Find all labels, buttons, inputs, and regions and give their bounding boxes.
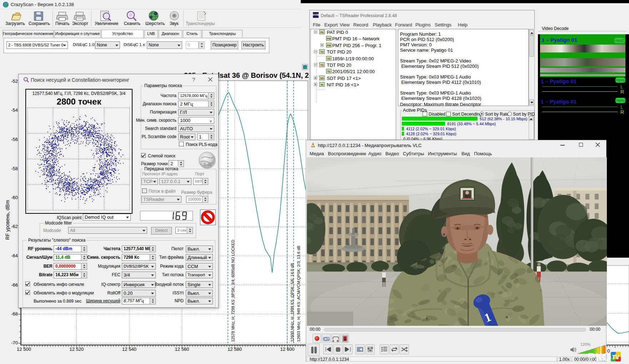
svg-text:-66: -66 xyxy=(11,282,18,288)
svg-text:-52: -52 xyxy=(11,79,18,84)
svg-text:B: B xyxy=(337,339,339,343)
svg-text:-60: -60 xyxy=(11,195,18,200)
svg-text:TV: TV xyxy=(612,354,619,360)
svg-text:-64: -64 xyxy=(11,253,18,258)
svg-text:-62: -62 xyxy=(11,224,18,229)
svg-text:RF уровень, dBm: RF уровень, dBm xyxy=(5,200,10,240)
svg-text:-68: -68 xyxy=(11,311,18,317)
svg-text:12578 MHz; H; 7298 KS ;8PSK; 3: 12578 MHz; H; 7298 KS ;8PSK; 3/4; 6095dB… xyxy=(231,240,235,342)
svg-text:-58: -58 xyxy=(11,166,18,171)
svg-text:12600 MHz; H; 1999 KS ;QPSK; 5: 12600 MHz; H; 1999 KS ;QPSK; 5/6; 14.0 d… xyxy=(290,263,294,342)
svg-text:-56: -56 xyxy=(11,137,18,142)
svg-text:-70: -70 xyxy=(11,340,18,345)
svg-text:-54: -54 xyxy=(11,107,18,113)
svg-text:A: A xyxy=(332,339,334,343)
svg-text:12603 MHz; H; 949 KS ;ACM/VCM;: 12603 MHz; H; 949 KS ;ACM/VCM;QPSK; 2/3;… xyxy=(296,246,301,342)
